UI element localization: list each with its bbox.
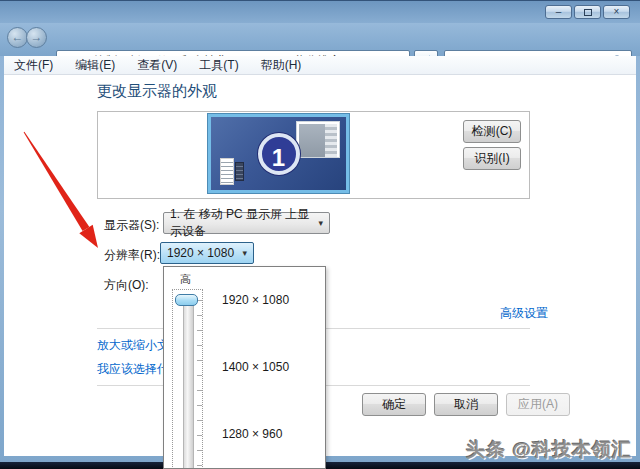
identify-button[interactable]: 识别(I) bbox=[463, 147, 521, 170]
menu-help[interactable]: 帮助(H) bbox=[261, 57, 302, 74]
display-select-value: 1. 在 移动 PC 显示屏 上显示设备 bbox=[170, 206, 318, 240]
resolution-label: 分辨率(R): bbox=[104, 247, 160, 264]
menu-tools[interactable]: 工具(T) bbox=[199, 57, 238, 74]
back-button[interactable]: ← bbox=[7, 27, 28, 48]
page-title: 更改显示器的外观 bbox=[97, 82, 217, 101]
monitor-window-thumbnail bbox=[296, 121, 340, 158]
cancel-button[interactable]: 取消 bbox=[434, 393, 498, 416]
advanced-settings-link[interactable]: 高级设置 bbox=[500, 305, 548, 322]
display-select[interactable]: 1. 在 移动 PC 显示屏 上显示设备 ▾ bbox=[163, 212, 330, 234]
close-button[interactable]: × bbox=[603, 5, 630, 19]
resolution-option[interactable]: 1920 × 1080 bbox=[222, 293, 289, 307]
monitor-window-sidebar bbox=[325, 124, 337, 157]
minimize-icon: – bbox=[556, 6, 562, 17]
forward-arrow-icon: → bbox=[31, 30, 43, 44]
monitor-number-badge: 1 bbox=[258, 133, 300, 175]
resolution-popup: 高 1920 × 1080 1400 × 1050 1280 × 960 bbox=[163, 266, 326, 469]
maximize-button[interactable] bbox=[574, 5, 601, 19]
forward-button[interactable]: → bbox=[26, 27, 47, 48]
screenshot-root: – × ← → ▸ 控制面板 ▸ 外观和个性化 ▸ 显示 ▸ 屏幕分辨率 ▾ bbox=[0, 0, 640, 469]
slider-thumb[interactable] bbox=[175, 294, 198, 306]
menu-bar: 文件(F) 编辑(E) 查看(V) 工具(T) 帮助(H) bbox=[4, 56, 636, 75]
resolution-select[interactable]: 1920 × 1080 ▾ bbox=[160, 242, 254, 264]
orientation-label: 方向(O): bbox=[104, 277, 149, 294]
resolution-slider[interactable] bbox=[172, 289, 203, 469]
monitor-taskbar-icon bbox=[235, 162, 244, 181]
maximize-icon bbox=[584, 9, 592, 16]
menu-edit[interactable]: 编辑(E) bbox=[75, 57, 115, 74]
chevron-down-icon: ▾ bbox=[242, 248, 247, 258]
navigation-bar: ← → ▸ 控制面板 ▸ 外观和个性化 ▸ 显示 ▸ 屏幕分辨率 ▾ bbox=[0, 23, 640, 56]
chevron-down-icon: ▾ bbox=[318, 218, 323, 228]
resolution-option[interactable]: 1400 × 1050 bbox=[222, 360, 289, 374]
resolution-option[interactable]: 1280 × 960 bbox=[222, 427, 282, 441]
title-bar[interactable]: – × bbox=[0, 1, 640, 23]
back-arrow-icon: ← bbox=[12, 30, 24, 44]
menu-file[interactable]: 文件(F) bbox=[14, 57, 53, 74]
caption-buttons: – × bbox=[545, 5, 630, 19]
resolution-select-value: 1920 × 1080 bbox=[167, 246, 234, 260]
monitor-list-icon bbox=[220, 158, 234, 185]
monitor-preview[interactable]: 1 bbox=[208, 114, 349, 193]
slider-ticks bbox=[197, 300, 202, 469]
display-label: 显示器(S): bbox=[104, 217, 159, 234]
slider-track[interactable] bbox=[183, 298, 194, 469]
close-icon: × bbox=[614, 6, 620, 17]
watermark: 头条 @科技本领汇 bbox=[466, 437, 632, 463]
monitor-window-pane bbox=[299, 124, 325, 157]
detect-button[interactable]: 检测(C) bbox=[463, 120, 521, 143]
ok-button[interactable]: 确定 bbox=[362, 393, 426, 416]
apply-button: 应用(A) bbox=[506, 393, 570, 416]
menu-view[interactable]: 查看(V) bbox=[137, 57, 177, 74]
slider-high-label: 高 bbox=[180, 272, 191, 287]
minimize-button[interactable]: – bbox=[545, 5, 572, 19]
